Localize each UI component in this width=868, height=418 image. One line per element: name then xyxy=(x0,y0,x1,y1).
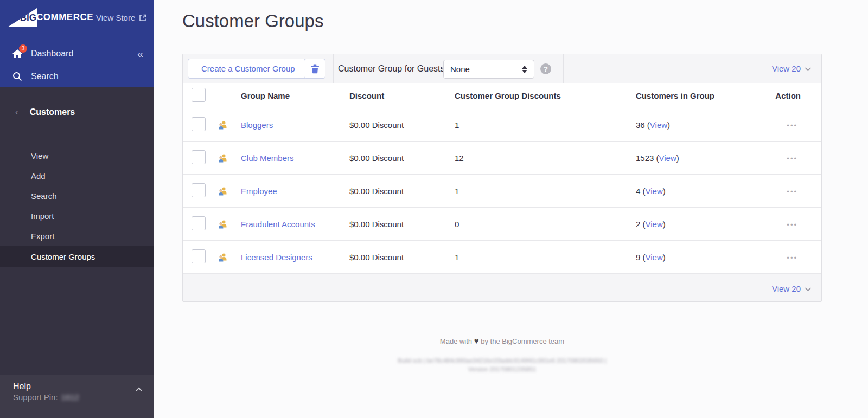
row-actions-menu-icon[interactable]: ••• xyxy=(787,188,797,196)
table-row: Bloggers $0.00 Discount 1 36 (View) ••• xyxy=(183,108,821,142)
group-discounts-count: 1 xyxy=(455,120,636,130)
customers-in-group-cell: 36 (View) xyxy=(636,120,755,130)
view-customers-link[interactable]: View xyxy=(650,120,667,130)
sidebar-item-export[interactable]: Export xyxy=(0,226,154,246)
discount-value: $0.00 Discount xyxy=(349,153,455,163)
heart-icon: ♥ xyxy=(474,336,479,345)
guest-group-selected-value: None xyxy=(450,65,470,74)
create-customer-group-button[interactable]: Create a Customer Group xyxy=(188,59,309,79)
made-with-line: Made with ♥ by the BigCommerce team xyxy=(182,336,822,345)
row-checkbox[interactable] xyxy=(192,216,206,230)
back-chevron-icon[interactable]: ‹ xyxy=(15,107,18,118)
table-row: Licensed Designers $0.00 Discount 1 9 (V… xyxy=(183,241,821,274)
logo-commerce-text: COMMERCE xyxy=(36,12,93,23)
customer-group-icon xyxy=(218,187,241,196)
row-actions-menu-icon[interactable]: ••• xyxy=(787,221,797,229)
row-checkbox[interactable] xyxy=(192,117,206,131)
column-customers-in-group: Customers in Group xyxy=(636,91,755,100)
sidebar: BIG COMMERCE View Store 3 xyxy=(0,0,154,418)
delete-button[interactable] xyxy=(304,59,326,79)
customers-count: 1523 xyxy=(636,153,654,163)
customers-count: 9 xyxy=(636,253,640,262)
help-panel[interactable]: Help Support Pin: 1612 xyxy=(0,375,154,418)
row-actions-menu-icon[interactable]: ••• xyxy=(787,121,797,130)
customers-in-group-cell: 1523 (View) xyxy=(636,153,755,163)
column-action: Action xyxy=(755,91,821,100)
support-pin-label: Support Pin: xyxy=(13,393,58,402)
table-row: Club Members $0.00 Discount 12 1523 (Vie… xyxy=(183,142,821,175)
chevron-up-icon[interactable] xyxy=(136,387,141,393)
sidebar-item-label: Customer Groups xyxy=(31,252,95,261)
guest-group-label: Customer Group for Guests xyxy=(338,54,445,83)
build-info: Build scb | be78c484c990ae34216e1f3addc9… xyxy=(182,357,822,364)
sidebar-item-customer-groups[interactable]: Customer Groups xyxy=(0,246,154,267)
customer-groups-panel: Create a Customer Group Customer Group f… xyxy=(182,54,822,302)
help-tooltip-icon[interactable]: ? xyxy=(540,63,551,74)
discount-value: $0.00 Discount xyxy=(349,220,455,229)
row-checkbox[interactable] xyxy=(192,183,206,197)
footer-view-count-dropdown[interactable]: View 20 xyxy=(772,274,809,303)
customer-group-icon xyxy=(218,220,241,229)
version-info: Version 20170801235851 xyxy=(182,366,822,372)
sidebar-item-dashboard[interactable]: 3 Dashboard xyxy=(0,44,154,63)
customers-count: 2 xyxy=(636,220,640,229)
customer-group-icon xyxy=(218,253,241,262)
discount-value: $0.00 Discount xyxy=(349,187,455,196)
view-customers-link[interactable]: View xyxy=(659,153,676,163)
group-name-link[interactable]: Licensed Designers xyxy=(241,253,312,262)
row-actions-menu-icon[interactable]: ••• xyxy=(787,254,797,262)
panel-toolbar: Create a Customer Group Customer Group f… xyxy=(183,54,821,83)
toolbar-divider xyxy=(563,54,564,83)
sidebar-item-search-customers[interactable]: Search xyxy=(0,186,154,206)
collapse-sidebar-icon[interactable]: « xyxy=(137,48,143,60)
home-icon: 3 xyxy=(12,49,23,59)
group-discounts-count: 12 xyxy=(455,153,636,163)
view-count-dropdown[interactable]: View 20 xyxy=(772,54,809,83)
guest-group-select[interactable]: None xyxy=(443,60,534,79)
sidebar-item-label: Search xyxy=(31,191,57,201)
logo-big-text: BIG xyxy=(20,12,36,23)
external-link-icon xyxy=(139,14,147,22)
support-pin-value: 1612 xyxy=(61,393,79,402)
footer-view-count-label: View 20 xyxy=(772,284,801,293)
sidebar-item-add[interactable]: Add xyxy=(0,166,154,186)
view-customers-link[interactable]: View xyxy=(646,187,663,196)
row-checkbox[interactable] xyxy=(192,150,206,164)
column-group-discounts: Customer Group Discounts xyxy=(455,91,636,100)
customers-count: 4 xyxy=(636,187,640,196)
group-name-link[interactable]: Bloggers xyxy=(241,120,273,130)
row-checkbox[interactable] xyxy=(192,249,206,263)
search-icon xyxy=(12,72,23,81)
customers-count: 36 xyxy=(636,120,645,130)
help-title: Help xyxy=(13,382,31,391)
view-store-link[interactable]: View Store xyxy=(96,13,147,22)
group-discounts-count: 1 xyxy=(455,253,636,262)
sidebar-item-search[interactable]: Search xyxy=(0,67,154,86)
view-count-label: View 20 xyxy=(772,64,801,73)
sidebar-item-view[interactable]: View xyxy=(0,146,154,166)
select-all-checkbox[interactable] xyxy=(192,88,206,102)
customers-in-group-cell: 4 (View) xyxy=(636,187,755,196)
sidebar-item-label: Import xyxy=(31,211,54,221)
group-name-link[interactable]: Club Members xyxy=(241,153,294,163)
logo-triangle-icon: BIG xyxy=(8,8,37,27)
row-actions-menu-icon[interactable]: ••• xyxy=(787,155,797,163)
column-group-name: Group Name xyxy=(241,91,349,100)
panel-footer: View 20 xyxy=(183,274,821,301)
group-name-link[interactable]: Employee xyxy=(241,187,277,196)
trash-icon xyxy=(310,63,320,74)
customers-section-header: ‹ Customers xyxy=(0,107,154,118)
group-discounts-count: 0 xyxy=(455,220,636,229)
table-header: Group Name Discount Customer Group Disco… xyxy=(183,83,821,108)
customers-in-group-cell: 9 (View) xyxy=(636,253,755,262)
sidebar-item-label: Export xyxy=(31,231,54,241)
customers-in-group-cell: 2 (View) xyxy=(636,220,755,229)
group-discounts-count: 1 xyxy=(455,187,636,196)
sidebar-item-import[interactable]: Import xyxy=(0,206,154,226)
view-customers-link[interactable]: View xyxy=(646,220,663,229)
view-store-label: View Store xyxy=(96,13,135,22)
view-customers-link[interactable]: View xyxy=(646,253,663,262)
discount-value: $0.00 Discount xyxy=(349,120,455,130)
notification-badge: 3 xyxy=(19,44,27,53)
group-name-link[interactable]: Fraudulent Accounts xyxy=(241,220,315,229)
